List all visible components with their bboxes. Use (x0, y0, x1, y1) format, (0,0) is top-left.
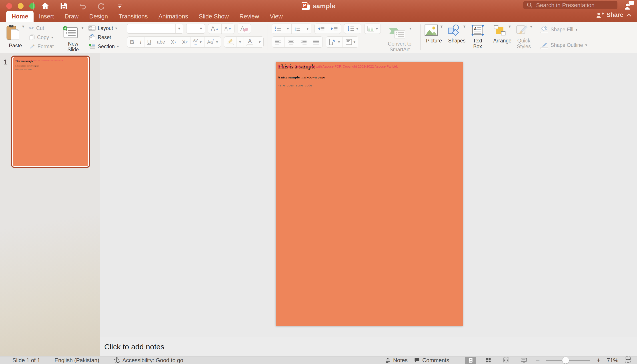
paste-clipboard-icon (6, 24, 20, 41)
paste-button[interactable]: ▼ Paste (6, 24, 25, 48)
align-text-button[interactable]: ▾ (343, 37, 358, 47)
slideshow-view-button[interactable] (518, 357, 530, 364)
zoom-in-button[interactable]: + (596, 357, 600, 364)
tab-design[interactable]: Design (84, 11, 113, 22)
text-box-button[interactable]: A Text Box (470, 24, 485, 50)
layout-button[interactable]: Layout ▾ (88, 24, 119, 32)
new-slide-dropdown-icon[interactable]: ▼ (81, 26, 84, 30)
superscript-button[interactable]: X2 (168, 37, 179, 47)
font-size-select[interactable]: ▼ (186, 24, 205, 34)
slide-thumbnail[interactable]: This is a sample Evaluation Only. Create… (11, 56, 90, 168)
tab-draw[interactable]: Draw (59, 11, 84, 22)
cut-button[interactable]: ✂ Cut (29, 24, 54, 32)
copy-dropdown-icon[interactable]: ▾ (51, 35, 53, 40)
notes-pane[interactable]: Click to add notes (100, 337, 637, 356)
highlight-dropdown[interactable]: ▾ (236, 37, 244, 47)
account-icon[interactable] (624, 0, 634, 10)
bullets-button[interactable] (272, 24, 284, 34)
font-color-dropdown[interactable]: ▾ (256, 37, 264, 47)
share-button[interactable]: Share (596, 12, 632, 18)
format-label: Format (38, 44, 54, 50)
tab-transitions[interactable]: Transitions (113, 11, 153, 22)
font-name-dropdown-icon[interactable]: ▼ (175, 24, 183, 33)
bold-button[interactable]: B (127, 37, 137, 47)
clear-formatting-button[interactable]: A (238, 24, 251, 34)
increase-indent-button[interactable] (328, 24, 341, 34)
shape-outline-button[interactable]: Shape Outline ▾ (540, 41, 587, 49)
language-status[interactable]: English (Pakistan) (54, 357, 99, 364)
section-button[interactable]: Section ▾ (88, 42, 119, 51)
share-label: Share (606, 12, 623, 18)
justify-button[interactable] (310, 37, 322, 47)
clipboard-group: ▼ Paste ✂ Cut Copy ▾ (6, 24, 54, 51)
quick-styles-button[interactable]: ▾ Quick Styles (516, 24, 532, 50)
reset-button[interactable]: Reset (88, 33, 119, 42)
zoom-percentage[interactable]: 71% (607, 357, 618, 364)
line-spacing-icon (347, 26, 354, 32)
convert-smartart-button[interactable]: ▾ Convert to SmartArt (383, 24, 416, 53)
strikethrough-button[interactable]: abe (154, 37, 168, 47)
smartart-dropdown-icon: ▾ (410, 26, 412, 31)
reading-view-button[interactable] (500, 357, 512, 364)
shape-fill-dropdown-icon: ▾ (576, 27, 578, 32)
cut-label: Cut (36, 25, 44, 31)
tab-insert[interactable]: Insert (34, 11, 59, 22)
arrange-button[interactable]: ▼ Arrange (493, 24, 512, 44)
fit-slide-button[interactable] (624, 356, 631, 364)
increase-font-size-button[interactable]: A▲ (208, 24, 222, 34)
decrease-font-size-button[interactable]: A▼ (222, 24, 234, 34)
picture-button[interactable]: ▼ Picture (424, 24, 444, 44)
change-case-button[interactable]: Aa⤴ ▾ (204, 37, 221, 47)
align-left-button[interactable] (272, 37, 285, 47)
tab-slide-show[interactable]: Slide Show (193, 11, 234, 22)
highlight-button[interactable] (224, 37, 236, 47)
normal-view-button[interactable] (465, 357, 476, 364)
line-spacing-button[interactable]: ▾ (344, 24, 361, 34)
accessibility-status[interactable]: Accessibility: Good to go (114, 357, 183, 364)
subscript-button[interactable]: X2 (179, 37, 190, 47)
slide-sorter-view-button[interactable] (482, 357, 494, 364)
arrange-dropdown-icon[interactable]: ▼ (508, 24, 512, 29)
zoom-out-button[interactable]: − (536, 357, 540, 364)
picture-dropdown-icon[interactable]: ▼ (440, 24, 444, 29)
slide-editor-canvas[interactable]: This is a sample Evaluation Only. Create… (100, 53, 637, 337)
font-name-select[interactable]: ▼ (127, 24, 183, 34)
numbering-button[interactable]: 123 (292, 24, 304, 34)
columns-button[interactable]: ▾ (364, 24, 381, 34)
text-direction-button[interactable]: A ▾ (326, 37, 343, 47)
paste-dropdown-icon[interactable]: ▼ (21, 24, 25, 29)
copy-button[interactable]: Copy ▾ (29, 33, 54, 42)
tab-review[interactable]: Review (234, 11, 264, 22)
italic-button[interactable]: I (137, 37, 145, 47)
tab-view[interactable]: View (264, 11, 288, 22)
zoom-slider-handle[interactable] (562, 357, 569, 364)
shapes-button[interactable]: ▼ Shapes (448, 24, 466, 44)
align-right-button[interactable] (298, 37, 310, 47)
tab-animations[interactable]: Animations (153, 11, 194, 22)
shape-fill-button[interactable]: Shape Fill ▾ (540, 25, 587, 34)
slide[interactable]: This is a sample Evaluation Only. Create… (276, 62, 463, 326)
format-painter-button[interactable]: Format (29, 42, 54, 51)
increase-indent-icon (330, 26, 338, 31)
section-label: Section (98, 44, 115, 50)
shape-outline-icon (541, 41, 548, 47)
underline-button[interactable]: U (144, 37, 154, 47)
zoom-slider[interactable] (546, 360, 590, 361)
shapes-icon (448, 24, 461, 36)
status-bar: Slide 1 of 1 English (Pakistan) Accessib… (0, 356, 637, 364)
search-input[interactable]: Search in Presentation (523, 1, 618, 9)
align-center-button[interactable] (285, 37, 298, 47)
comments-button[interactable]: Comments (414, 357, 449, 364)
picture-label: Picture (426, 38, 442, 44)
decrease-indent-button[interactable] (315, 24, 328, 34)
new-slide-button[interactable]: ▼ New Slide (62, 24, 84, 53)
font-color-button[interactable]: A (244, 37, 256, 47)
collapse-ribbon-icon[interactable] (626, 13, 632, 17)
bullets-dropdown[interactable]: ▾ (284, 24, 292, 34)
numbering-dropdown[interactable]: ▾ (304, 24, 311, 34)
notes-toggle-button[interactable]: Notes (385, 357, 408, 364)
character-spacing-button[interactable]: AV↔ ▾ (190, 37, 204, 47)
shapes-dropdown-icon[interactable]: ▼ (462, 24, 466, 29)
font-size-dropdown-icon[interactable]: ▼ (197, 24, 205, 33)
tab-home[interactable]: Home (6, 11, 34, 22)
